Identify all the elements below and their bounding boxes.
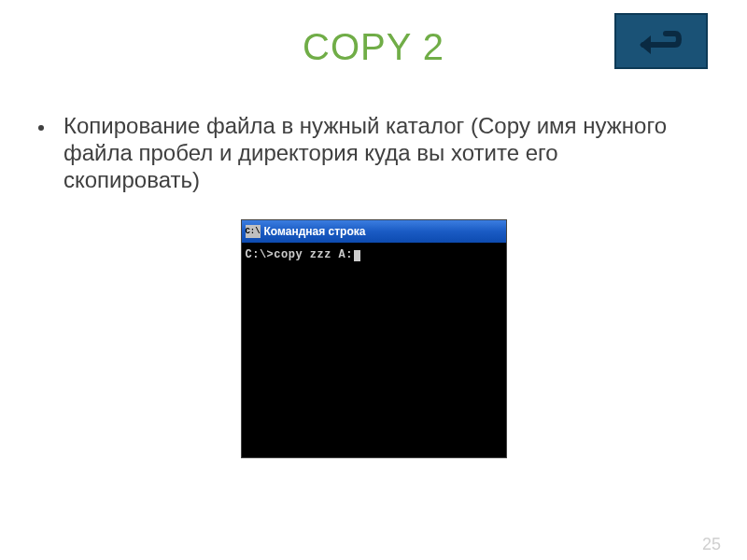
cmd-window-title: Командная строка	[264, 225, 366, 238]
cmd-line: C:\>copy zzz A:	[246, 248, 354, 261]
cmd-titlebar: C:\ Командная строка	[242, 220, 506, 243]
cmd-cursor	[354, 250, 360, 261]
return-arrow-icon	[638, 22, 684, 60]
cmd-body: C:\>copy zzz A:	[242, 243, 506, 457]
command-prompt-window: C:\ Командная строка C:\>copy zzz A:	[241, 219, 507, 458]
cmd-icon: C:\	[246, 225, 261, 238]
bullet-item: Копирование файла в нужный каталог (Copy…	[56, 113, 691, 193]
body-content: Копирование файла в нужный каталог (Copy…	[0, 113, 747, 193]
nav-back-button[interactable]	[614, 13, 708, 69]
page-number: 25	[702, 535, 721, 554]
